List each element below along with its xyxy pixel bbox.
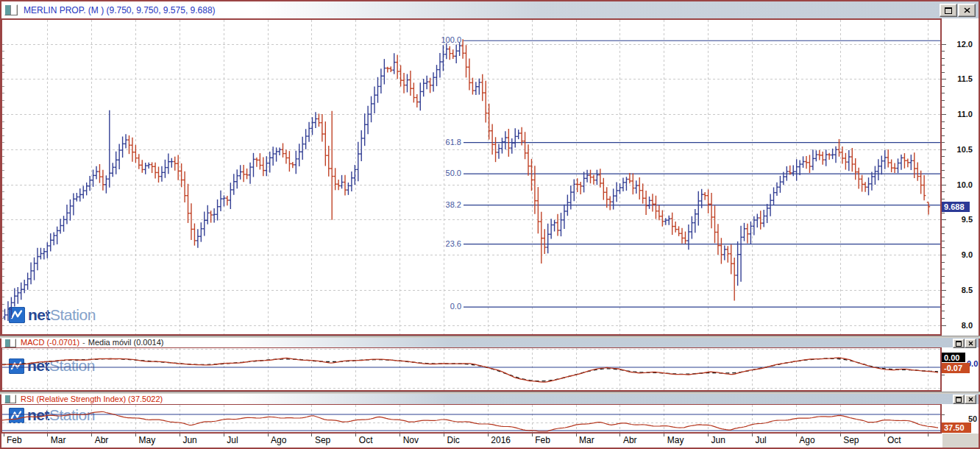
- window-title: MERLIN PROP. (M ) (9.750, 9.750, 9.575, …: [24, 5, 216, 15]
- x-axis-month-label: 2016: [491, 435, 511, 445]
- close-button[interactable]: [958, 4, 976, 17]
- x-axis-month-label: Ago: [799, 435, 814, 445]
- macd-close-button[interactable]: [965, 339, 976, 348]
- window-title-bar: MERLIN PROP. (M ) (9.750, 9.750, 9.575, …: [1, 1, 979, 18]
- price-bars: [3, 39, 930, 321]
- indicator-icon[interactable]: [4, 339, 16, 347]
- price-axis-label: 10.5: [945, 145, 973, 154]
- logo-text: netStation: [27, 357, 95, 375]
- price-axis-label: 8.5: [945, 286, 973, 294]
- x-axis-month-label: Ago: [271, 435, 286, 445]
- x-axis-month-label: Dic: [447, 435, 460, 445]
- price-axis-label: 8.0: [945, 321, 973, 330]
- netstation-logo-macd: netStation: [9, 357, 95, 375]
- close-icon: [964, 7, 970, 13]
- x-axis-month-label: Jul: [755, 435, 766, 445]
- maximize-button[interactable]: [940, 4, 957, 17]
- netstation-logo-icon: [9, 408, 24, 423]
- x-axis-month-label: May: [139, 435, 156, 445]
- macd-title: MACD (-0.0701): [21, 338, 79, 347]
- fib-level-label: 38.2: [425, 200, 461, 209]
- macd-title-separator: -: [82, 338, 85, 347]
- price-axis-label: 10.0: [945, 180, 973, 189]
- netstation-logo: netStation: [9, 306, 96, 324]
- rsi-line: [2, 411, 938, 431]
- price-axis-label: 11.0: [945, 110, 973, 119]
- macd-value-badge: -0.07: [942, 363, 970, 373]
- maximize-icon: [956, 397, 962, 403]
- fib-level-label: 50.0: [425, 169, 461, 177]
- close-icon: [968, 397, 973, 402]
- macd-panel-header: MACD (-0.0701) - Media móvil (0.0014): [1, 338, 979, 347]
- fib-level-label: 61.8: [425, 138, 461, 146]
- chart-type-icon[interactable]: [4, 4, 18, 15]
- chart-canvas: [0, 0, 980, 449]
- x-axis-month-label: May: [667, 435, 684, 445]
- x-axis-month-label: Oct: [887, 435, 901, 445]
- macd-signal-title: Media móvil (0.0014): [88, 338, 164, 347]
- netstation-chart-window: netStation netStation netStation MERLIN …: [0, 0, 980, 449]
- macd-line: [2, 358, 938, 382]
- x-axis-month-label: Sep: [843, 435, 859, 445]
- x-axis-month-label: Mar: [579, 435, 594, 445]
- x-axis-month-label: Sep: [315, 435, 330, 445]
- price-axis-label: 12.0: [945, 40, 973, 49]
- price-axis-label: 9.5: [945, 215, 973, 224]
- rsi-value-badge: 37.50: [942, 423, 971, 433]
- rsi-title: RSI (Relative Strength Index) (37.5022): [21, 395, 163, 404]
- x-axis-month-label: Nov: [403, 435, 419, 445]
- x-axis-month-label: Jul: [227, 435, 238, 445]
- close-icon: [968, 341, 973, 346]
- fib-level-label: 0.0: [425, 302, 461, 311]
- x-axis-month-label: Abr: [623, 435, 637, 445]
- macd-maximize-button[interactable]: [953, 339, 965, 348]
- scrollbar-corner: [942, 434, 979, 448]
- x-axis-month-label: Jun: [182, 435, 196, 445]
- macd-signal-badge: 0.00: [942, 353, 965, 362]
- fib-level-label: 100.0: [425, 35, 461, 44]
- fib-level-label: 23.6: [425, 239, 461, 248]
- price-axis-label: 11.5: [945, 74, 973, 83]
- x-axis-month-label: Jun: [711, 435, 725, 445]
- maximize-icon: [945, 7, 952, 14]
- last-price-badge: 9.688: [942, 202, 970, 212]
- macd-signal-line: [2, 358, 938, 381]
- price-axis-label: 9.0: [945, 250, 973, 259]
- indicator-icon[interactable]: [4, 395, 16, 403]
- x-axis-month-label: Feb: [535, 435, 550, 445]
- maximize-icon: [956, 341, 962, 347]
- x-axis-month-label: Abr: [95, 435, 109, 445]
- rsi-maximize-button[interactable]: [953, 395, 965, 404]
- x-axis-month-label: Oct: [359, 435, 373, 445]
- logo-text: netStation: [27, 406, 95, 424]
- rsi-panel-header: RSI (Relative Strength Index) (37.5022): [1, 394, 979, 404]
- netstation-logo-icon: [9, 358, 24, 374]
- netstation-logo-rsi: netStation: [9, 406, 95, 424]
- logo-text: netStation: [28, 306, 96, 324]
- rsi-close-button[interactable]: [965, 395, 976, 404]
- x-axis-month-label: Feb: [7, 435, 22, 445]
- netstation-logo-icon: [9, 307, 25, 323]
- x-axis-month-label: Mar: [51, 435, 66, 445]
